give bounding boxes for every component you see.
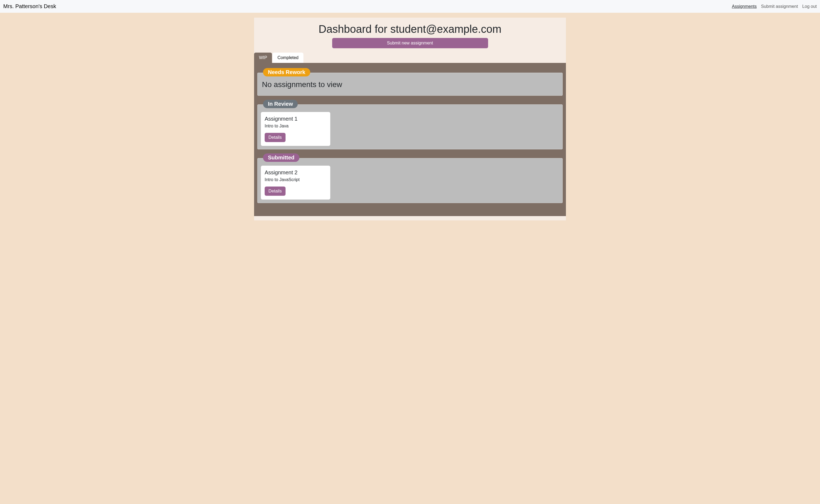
navbar-brand: Mrs. Patterson's Desk xyxy=(3,3,56,9)
section-label-submitted: Submitted xyxy=(263,153,299,162)
cards-submitted: Assignment 2 Intro to JavaScript Details xyxy=(261,166,559,200)
details-button[interactable]: Details xyxy=(265,187,286,196)
nav-link-assignments[interactable]: Assignments xyxy=(732,4,757,9)
submit-button-wrapper: Submit new assignment xyxy=(254,38,566,53)
navbar: Mrs. Patterson's Desk Assignments Submit… xyxy=(0,0,820,13)
tab-content-wip: Needs Rework No assignments to view In R… xyxy=(254,63,566,216)
tabs: WIP Completed xyxy=(254,53,566,63)
section-in-review: In Review Assignment 1 Intro to Java Det… xyxy=(257,104,563,149)
page-title: Dashboard for student@example.com xyxy=(254,18,566,38)
section-submitted: Submitted Assignment 2 Intro to JavaScri… xyxy=(257,158,563,203)
empty-message: No assignments to view xyxy=(261,80,559,89)
card-subtitle: Intro to JavaScript xyxy=(265,177,326,182)
nav-link-logout[interactable]: Log out xyxy=(802,4,817,9)
card-title: Assignment 2 xyxy=(265,169,326,176)
tab-completed[interactable]: Completed xyxy=(273,53,303,63)
cards-in-review: Assignment 1 Intro to Java Details xyxy=(261,112,559,146)
submit-new-assignment-button[interactable]: Submit new assignment xyxy=(332,38,488,48)
tab-wip[interactable]: WIP xyxy=(254,53,272,63)
footer-padding xyxy=(254,216,566,220)
assignment-card: Assignment 2 Intro to JavaScript Details xyxy=(261,166,330,200)
details-button[interactable]: Details xyxy=(265,133,286,142)
nav-link-submit-assignment[interactable]: Submit assignment xyxy=(761,4,798,9)
main-container: Dashboard for student@example.com Submit… xyxy=(254,18,566,220)
card-subtitle: Intro to Java xyxy=(265,124,326,129)
navbar-nav: Assignments Submit assignment Log out xyxy=(732,4,817,9)
section-needs-rework: Needs Rework No assignments to view xyxy=(257,73,563,96)
section-label-in-review: In Review xyxy=(263,100,298,108)
section-label-needs-rework: Needs Rework xyxy=(263,68,310,76)
assignment-card: Assignment 1 Intro to Java Details xyxy=(261,112,330,146)
card-title: Assignment 1 xyxy=(265,116,326,122)
